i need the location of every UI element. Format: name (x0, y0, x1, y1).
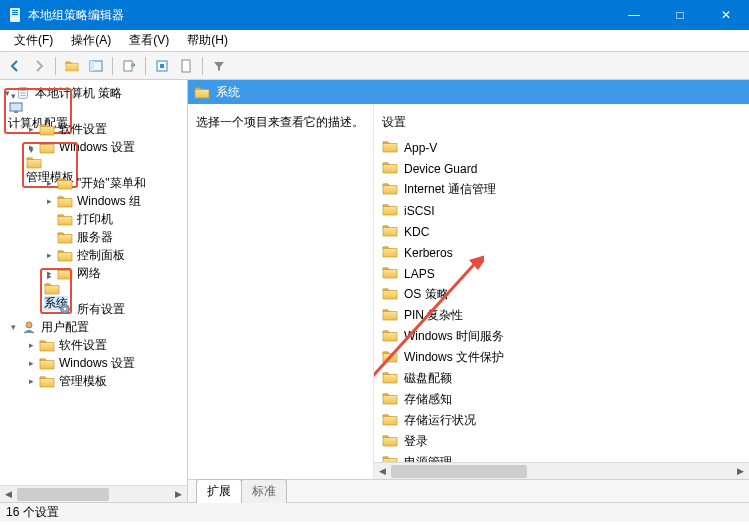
list-item[interactable]: iSCSI (374, 200, 749, 221)
export-button[interactable] (118, 55, 140, 77)
folder-icon (382, 434, 398, 450)
tree-user-config[interactable]: ▾用户配置 (0, 318, 187, 336)
folder-icon (382, 224, 398, 240)
statusbar: 16 个设置 (0, 502, 749, 522)
tree-hscrollbar[interactable]: ◀ ▶ (0, 485, 187, 502)
tree-label: "开始"菜单和 (77, 175, 146, 192)
refresh-button[interactable] (151, 55, 173, 77)
tree-label: 软件设置 (59, 337, 107, 354)
svg-rect-11 (90, 61, 94, 71)
expander-icon[interactable]: ▾ (8, 322, 19, 333)
list-item[interactable]: Kerberos (374, 242, 749, 263)
item-label: 磁盘配额 (404, 370, 452, 387)
scroll-right-button[interactable]: ▶ (170, 486, 187, 503)
expander-icon[interactable]: ▸ (26, 340, 37, 351)
item-label: iSCSI (404, 204, 435, 218)
item-label: App-V (404, 141, 437, 155)
titlebar: 本地组策略编辑器 — □ ✕ (0, 0, 749, 30)
list-item[interactable]: 登录 (374, 431, 749, 452)
folder-icon (57, 194, 73, 208)
list-item[interactable]: Internet 通信管理 (374, 179, 749, 200)
expander-icon[interactable]: ▸ (26, 358, 37, 369)
show-hide-tree-button[interactable] (85, 55, 107, 77)
list-item[interactable]: 存储感知 (374, 389, 749, 410)
tree-label: 用户配置 (41, 319, 89, 336)
tree-computer-config[interactable]: ▾ 计算机配置 (0, 102, 187, 120)
tree-pane[interactable]: ▾ 本地计算机 策略 ▾ 计算机配置 ▸软件设置 ▸Windows 设置 ▾ 管… (0, 80, 188, 502)
menu-action[interactable]: 操作(A) (63, 30, 119, 51)
list-item[interactable]: LAPS (374, 263, 749, 284)
back-button[interactable] (4, 55, 26, 77)
expander-icon[interactable]: ▸ (44, 196, 55, 207)
app-icon (8, 7, 22, 23)
folder-icon (382, 203, 398, 219)
folder-icon (57, 230, 73, 244)
settings-icon (57, 302, 73, 316)
item-label: PIN 复杂性 (404, 307, 463, 324)
tree-software-settings[interactable]: ▸软件设置 (0, 120, 187, 138)
minimize-button[interactable]: — (611, 0, 657, 30)
scroll-right-button[interactable]: ▶ (732, 463, 749, 480)
expander-icon[interactable]: ▸ (26, 124, 37, 135)
tab-extended[interactable]: 扩展 (196, 479, 242, 503)
list-item[interactable]: Windows 文件保护 (374, 347, 749, 368)
status-text: 16 个设置 (6, 504, 59, 521)
tree-server[interactable]: ▸服务器 (0, 228, 187, 246)
svg-rect-15 (182, 60, 190, 72)
scroll-left-button[interactable]: ◀ (374, 463, 391, 480)
list-item[interactable]: 存储运行状况 (374, 410, 749, 431)
tree-network[interactable]: ▸网络 (0, 264, 187, 282)
tab-standard[interactable]: 标准 (241, 479, 287, 503)
list-hscrollbar[interactable]: ◀ ▶ (374, 462, 749, 479)
maximize-button[interactable]: □ (657, 0, 703, 30)
tree-u-windows[interactable]: ▸Windows 设置 (0, 354, 187, 372)
list-item[interactable]: KDC (374, 221, 749, 242)
tree-control-panel[interactable]: ▸控制面板 (0, 246, 187, 264)
svg-rect-16 (10, 103, 22, 111)
tree-windows-components[interactable]: ▸Windows 组 (0, 192, 187, 210)
expander-icon[interactable]: ▾ (26, 144, 37, 155)
expander-icon[interactable]: ▾ (8, 90, 19, 101)
folder-icon (382, 182, 398, 198)
folder-icon (382, 245, 398, 261)
expander-icon[interactable]: ▸ (44, 250, 55, 261)
tree-u-software[interactable]: ▸软件设置 (0, 336, 187, 354)
list-item[interactable]: Device Guard (374, 158, 749, 179)
list-item[interactable]: 磁盘配额 (374, 368, 749, 389)
expander-icon[interactable]: ▸ (44, 270, 55, 281)
menu-view[interactable]: 查看(V) (121, 30, 177, 51)
list-item[interactable]: PIN 复杂性 (374, 305, 749, 326)
tree-admin-templates[interactable]: ▾ 管理模板 (0, 156, 187, 174)
tree-start-menu[interactable]: ▸"开始"菜单和 (0, 174, 187, 192)
tree-printers[interactable]: ▸打印机 (0, 210, 187, 228)
separator (145, 57, 146, 75)
menu-file[interactable]: 文件(F) (6, 30, 61, 51)
close-button[interactable]: ✕ (703, 0, 749, 30)
tree-label: Windows 组 (77, 193, 141, 210)
forward-button[interactable] (28, 55, 50, 77)
svg-point-18 (26, 322, 32, 328)
help-button[interactable] (175, 55, 197, 77)
tree-all-settings[interactable]: ▸所有设置 (0, 300, 187, 318)
item-label: 存储感知 (404, 391, 452, 408)
up-button[interactable] (61, 55, 83, 77)
tree-u-admin[interactable]: ▸管理模板 (0, 372, 187, 390)
tab-strip: 扩展 标准 (188, 479, 749, 502)
tree-label: 服务器 (77, 229, 113, 246)
expander-icon[interactable]: ▸ (44, 178, 55, 189)
list-item[interactable]: OS 策略 (374, 284, 749, 305)
tree-system[interactable]: ▸ 系统 (0, 282, 187, 300)
scroll-left-button[interactable]: ◀ (0, 486, 17, 503)
window-title: 本地组策略编辑器 (28, 7, 611, 24)
column-header[interactable]: 设置 (374, 110, 749, 137)
list-item[interactable]: Windows 时间服务 (374, 326, 749, 347)
list-item[interactable]: App-V (374, 137, 749, 158)
filter-button[interactable] (208, 55, 230, 77)
menubar: 文件(F) 操作(A) 查看(V) 帮助(H) (0, 30, 749, 52)
settings-list[interactable]: 设置 App-VDevice GuardInternet 通信管理iSCSIKD… (374, 104, 749, 479)
folder-icon (39, 374, 55, 388)
expander-icon[interactable]: ▸ (26, 376, 37, 387)
folder-icon (194, 86, 210, 99)
tree-label: 控制面板 (77, 247, 125, 264)
menu-help[interactable]: 帮助(H) (179, 30, 236, 51)
